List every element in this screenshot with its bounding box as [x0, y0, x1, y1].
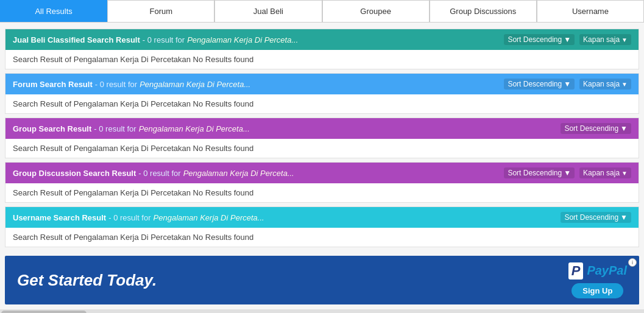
tab-forum[interactable]: Forum [107, 0, 214, 22]
sort-chevron-username: ▼ [620, 213, 628, 222]
tab-all-results[interactable]: All Results [0, 0, 107, 22]
kapan-chevron-jual-beli: ▼ [621, 37, 628, 43]
sort-dropdown-group-discussion[interactable]: Sort Descending ▼ [504, 167, 575, 178]
body-text-group-discussion: Search Result of Pengalaman Kerja Di Per… [13, 188, 253, 197]
section-forum: Forum Search Result - 0 result for Penga… [5, 73, 639, 114]
section-header-jual-beli: Jual Beli Classified Search Result - 0 r… [5, 29, 639, 50]
section-username: Username Search Result - 0 result for Pe… [5, 206, 639, 247]
header-right-jual-beli: Sort Descending ▼ Kapan saja ▼ [504, 34, 631, 45]
body-text-jual-beli: Search Result of Pengalaman Kerja Di Per… [13, 55, 253, 64]
scrollbar-area [0, 309, 644, 313]
section-count-jual-beli: - 0 result for [143, 35, 185, 44]
kapan-dropdown-forum[interactable]: Kapan saja ▼ [579, 79, 631, 90]
sort-dropdown-group[interactable]: Sort Descending ▼ [561, 123, 631, 134]
kapan-label-group-discussion: Kapan saja [583, 169, 620, 177]
section-header-group-discussion: Group Discussion Search Result - 0 resul… [5, 163, 639, 183]
ad-paypal-section: P PayPal Sign Up [556, 256, 639, 304]
content-area: Jual Beli Classified Search Result - 0 r… [0, 23, 644, 313]
section-count-username: - 0 result for [108, 213, 150, 222]
sort-chevron-group-discussion: ▼ [564, 169, 571, 177]
section-body-group-discussion: Search Result of Pengalaman Kerja Di Per… [5, 183, 639, 202]
body-text-forum: Search Result of Pengalaman Kerja Di Per… [13, 99, 253, 108]
section-header-group: Group Search Result - 0 result for Penga… [5, 118, 639, 139]
tab-groupee[interactable]: Groupee [322, 0, 430, 22]
tab-jual-beli[interactable]: Jual Beli [214, 0, 322, 22]
header-left-forum: Forum Search Result - 0 result for Penga… [13, 80, 250, 89]
ad-info-icon[interactable]: i [628, 258, 637, 267]
header-right-group-discussion: Sort Descending ▼ Kapan saja ▼ [504, 167, 631, 178]
header-left-group: Group Search Result - 0 result for Penga… [13, 124, 250, 133]
header-right-group: Sort Descending ▼ [561, 123, 631, 134]
paypal-sign-up-button[interactable]: Sign Up [571, 283, 623, 298]
section-italic-jual-beli: Pengalaman Kerja Di Perceta... [187, 35, 298, 44]
section-italic-username: Pengalaman Kerja Di Perceta... [154, 213, 264, 222]
section-group-discussion: Group Discussion Search Result - 0 resul… [5, 162, 639, 203]
section-count-group: - 0 result for [94, 124, 136, 133]
paypal-label: PayPal [587, 264, 627, 278]
sort-dropdown-forum[interactable]: Sort Descending ▼ [504, 79, 575, 90]
section-count-group-discussion: - 0 result for [138, 169, 180, 178]
header-right-forum: Sort Descending ▼ Kapan saja ▼ [504, 79, 631, 90]
section-count-forum: - 0 result for [95, 80, 137, 89]
ad-banner: Get Started Today. P PayPal Sign Up i [5, 256, 639, 304]
section-title-jual-beli: Jual Beli Classified Search Result [13, 35, 140, 44]
sort-chevron-jual-beli: ▼ [564, 35, 571, 44]
scrollbar-thumb[interactable] [1, 311, 87, 313]
kapan-chevron-group-discussion: ▼ [621, 170, 628, 177]
sort-label-username: Sort Descending [564, 213, 618, 222]
section-italic-group-discussion: Pengalaman Kerja Di Perceta... [183, 169, 294, 178]
sort-chevron-group: ▼ [620, 124, 628, 133]
tab-username[interactable]: Username [537, 0, 644, 22]
section-jual-beli: Jual Beli Classified Search Result - 0 r… [5, 29, 639, 69]
header-right-username: Sort Descending ▼ [561, 212, 631, 223]
body-text-group: Search Result of Pengalaman Kerja Di Per… [13, 144, 253, 153]
sort-label-jual-beli: Sort Descending [508, 35, 562, 44]
sort-dropdown-username[interactable]: Sort Descending ▼ [561, 212, 631, 223]
sort-label-forum: Sort Descending [508, 80, 562, 88]
kapan-label-jual-beli: Kapan saja [583, 35, 620, 44]
section-italic-forum: Pengalaman Kerja Di Perceta... [140, 80, 250, 89]
sort-dropdown-jual-beli[interactable]: Sort Descending ▼ [504, 34, 575, 45]
kapan-dropdown-group-discussion[interactable]: Kapan saja ▼ [579, 167, 631, 178]
body-text-username: Search Result of Pengalaman Kerja Di Per… [13, 233, 253, 242]
section-body-forum: Search Result of Pengalaman Kerja Di Per… [5, 94, 639, 113]
section-body-jual-beli: Search Result of Pengalaman Kerja Di Per… [5, 50, 639, 69]
section-header-username: Username Search Result - 0 result for Pe… [5, 207, 639, 228]
section-title-group: Group Search Result [13, 124, 91, 133]
header-left-jual-beli: Jual Beli Classified Search Result - 0 r… [13, 35, 298, 44]
section-italic-group: Pengalaman Kerja Di Perceta... [139, 124, 250, 133]
section-body-username: Search Result of Pengalaman Kerja Di Per… [5, 228, 639, 247]
section-title-forum: Forum Search Result [13, 80, 93, 89]
header-left-username: Username Search Result - 0 result for Pe… [13, 213, 264, 222]
sort-label-group-discussion: Sort Descending [508, 169, 562, 177]
ad-text: Get Started Today. [5, 265, 556, 296]
kapan-dropdown-jual-beli[interactable]: Kapan saja ▼ [579, 34, 631, 45]
paypal-logo: P PayPal [568, 262, 627, 280]
kapan-label-forum: Kapan saja [583, 80, 620, 88]
section-title-group-discussion: Group Discussion Search Result [13, 169, 136, 178]
section-title-username: Username Search Result [13, 213, 106, 222]
section-group: Group Search Result - 0 result for Penga… [5, 118, 639, 158]
tab-bar: All Results Forum Jual Beli Groupee Grou… [0, 0, 644, 23]
header-left-group-discussion: Group Discussion Search Result - 0 resul… [13, 169, 294, 178]
sort-chevron-forum: ▼ [564, 80, 571, 88]
kapan-chevron-forum: ▼ [621, 81, 628, 88]
tab-group-discussions[interactable]: Group Discussions [430, 0, 537, 22]
section-body-group: Search Result of Pengalaman Kerja Di Per… [5, 139, 639, 158]
sort-label-group: Sort Descending [564, 124, 618, 133]
section-header-forum: Forum Search Result - 0 result for Penga… [5, 74, 639, 94]
